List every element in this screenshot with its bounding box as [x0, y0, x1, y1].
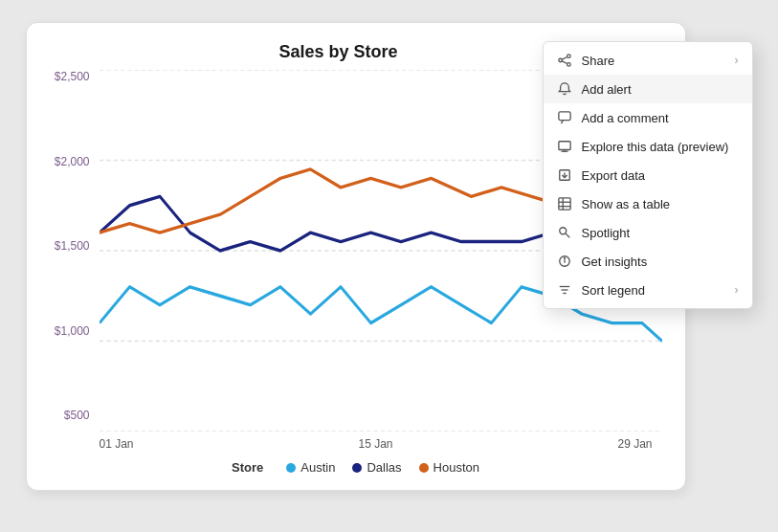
menu-item-add-alert[interactable]: Add alert — [544, 75, 752, 103]
share-icon — [557, 53, 572, 68]
y-axis: $2,500 $2,000 $1,500 $1,000 $500 — [50, 70, 100, 451]
svg-point-24 — [564, 258, 565, 259]
menu-item-share[interactable]: Share › — [544, 46, 752, 75]
legend-item-houston: Houston — [419, 460, 479, 475]
menu-label-share: Share — [582, 54, 615, 68]
outer-container: Sales by Store 📌 ⧉ 🔔 ≡ ⊡ ··· $2,500 $2,0… — [26, 22, 753, 510]
x-label: 15 Jan — [358, 437, 392, 451]
austin-dot — [286, 463, 296, 473]
svg-line-21 — [565, 233, 568, 237]
sort-legend-arrow: › — [735, 283, 739, 297]
houston-dot — [419, 463, 429, 473]
spotlight-icon — [557, 225, 572, 240]
menu-label-export: Export data — [582, 168, 646, 183]
x-axis: 01 Jan 15 Jan 29 Jan — [100, 432, 662, 451]
svg-line-9 — [562, 61, 567, 64]
insights-icon — [557, 254, 572, 269]
y-label: $2,000 — [55, 155, 90, 168]
svg-rect-16 — [558, 198, 569, 210]
legend-title: Store — [232, 460, 263, 475]
chart-title: Sales by Store — [126, 42, 551, 62]
menu-item-export[interactable]: Export data — [544, 161, 752, 189]
comment-icon — [557, 110, 572, 125]
svg-rect-11 — [558, 142, 569, 150]
menu-item-sort-legend[interactable]: Sort legend › — [544, 276, 752, 304]
svg-rect-10 — [558, 112, 569, 121]
dallas-dot — [352, 463, 362, 473]
austin-label: Austin — [300, 460, 335, 475]
menu-item-table[interactable]: Show as a table — [544, 189, 752, 218]
chart-legend: Store Austin Dallas Houston — [50, 460, 662, 475]
svg-point-20 — [559, 228, 566, 234]
explore-icon — [557, 139, 572, 154]
svg-line-8 — [562, 57, 567, 60]
x-label: 29 Jan — [617, 437, 652, 451]
context-menu: Share › Add alert — [543, 41, 753, 309]
menu-label-explore: Explore this data (preview) — [582, 140, 729, 154]
sort-icon — [557, 282, 572, 298]
svg-point-7 — [567, 63, 570, 67]
svg-point-5 — [567, 55, 570, 58]
menu-label-add-alert: Add alert — [582, 82, 632, 97]
y-label: $500 — [64, 409, 90, 422]
share-arrow: › — [735, 54, 739, 67]
menu-label-sort-legend: Sort legend — [582, 283, 646, 298]
menu-label-table: Show as a table — [582, 197, 671, 211]
y-label: $2,500 — [55, 70, 90, 83]
legend-item-dallas: Dallas — [352, 460, 401, 475]
menu-item-add-comment[interactable]: Add a comment — [544, 103, 752, 132]
menu-item-spotlight[interactable]: Spotlight — [544, 218, 752, 247]
svg-point-6 — [558, 58, 562, 62]
dallas-label: Dallas — [367, 460, 401, 475]
legend-item-austin: Austin — [286, 460, 335, 475]
x-label: 01 Jan — [100, 437, 134, 451]
table-icon — [557, 196, 572, 211]
houston-label: Houston — [433, 460, 479, 475]
alert-icon — [557, 81, 572, 97]
menu-item-explore[interactable]: Explore this data (preview) — [544, 132, 752, 161]
menu-label-add-comment: Add a comment — [582, 111, 669, 125]
export-icon — [557, 167, 572, 183]
menu-label-spotlight: Spotlight — [582, 226, 631, 240]
y-label: $1,500 — [55, 239, 90, 253]
menu-item-insights[interactable]: Get insights — [544, 247, 752, 276]
menu-label-insights: Get insights — [582, 255, 648, 269]
y-label: $1,000 — [55, 324, 90, 338]
